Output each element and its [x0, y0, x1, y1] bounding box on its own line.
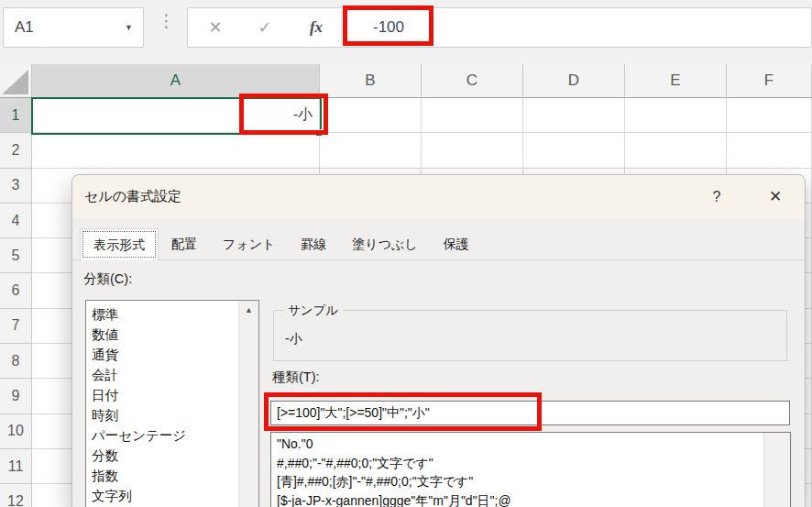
- type-input[interactable]: [270, 401, 790, 425]
- category-item[interactable]: 文字列: [86, 486, 258, 506]
- row-header-12[interactable]: 12: [0, 484, 32, 507]
- format-cells-dialog: セルの書式設定 ? ✕ 表示形式配置フォント罫線塗りつぶし保護 分類(C): 標…: [71, 174, 806, 507]
- scroll-up-icon[interactable]: ▲: [239, 301, 258, 314]
- row-header-8[interactable]: 8: [0, 344, 32, 379]
- column-header-row: ABCDEF: [0, 64, 812, 98]
- cell-f1[interactable]: [727, 98, 812, 133]
- cell-a1[interactable]: -小: [32, 98, 320, 133]
- category-label: 分類(C):: [83, 270, 132, 288]
- row-header-4[interactable]: 4: [0, 204, 32, 238]
- more-dots-icon: ⋮: [158, 12, 175, 29]
- help-button[interactable]: ?: [701, 175, 732, 218]
- category-item[interactable]: 会計: [86, 365, 258, 385]
- insert-function-icon[interactable]: fx: [300, 8, 333, 47]
- row-header-2[interactable]: 2: [0, 133, 32, 168]
- category-item[interactable]: 標準: [86, 304, 258, 325]
- type-label: 種類(T):: [272, 369, 320, 386]
- format-list-item[interactable]: #,##0;"-"#,##0;0;"文字です": [277, 454, 790, 473]
- close-icon[interactable]: ✕: [752, 175, 798, 218]
- cell-f2[interactable]: [727, 133, 812, 168]
- format-code-listbox[interactable]: "No."0#,##0;"-"#,##0;0;"文字です"[青]#,##0;[赤…: [270, 432, 791, 507]
- cell-c1[interactable]: [422, 98, 523, 133]
- name-box[interactable]: A1 ▼: [3, 7, 144, 48]
- column-header-e[interactable]: E: [625, 64, 727, 98]
- cell-a2[interactable]: [32, 133, 320, 168]
- cancel-icon[interactable]: ✕: [199, 8, 232, 47]
- row-header-7[interactable]: 7: [0, 309, 32, 344]
- grid-row: 2: [0, 133, 812, 168]
- category-item[interactable]: 数値: [86, 325, 258, 345]
- format-list-item[interactable]: "No."0: [277, 435, 790, 454]
- row-header-10[interactable]: 10: [0, 414, 32, 449]
- cell-e2[interactable]: [625, 133, 727, 168]
- sample-legend: サンプル: [283, 303, 343, 319]
- dialog-title: セルの書式設定: [84, 188, 181, 205]
- fill-handle[interactable]: [315, 129, 323, 137]
- cell-d1[interactable]: [523, 98, 625, 133]
- sample-groupbox: サンプル -小: [273, 310, 787, 361]
- row-header-3[interactable]: 3: [0, 169, 32, 204]
- grid-row: 1-小: [0, 98, 812, 133]
- category-item[interactable]: 通貨: [86, 345, 258, 365]
- excel-top-chrome: A1 ▼ ⋮ ✕ ✓ fx -100: [0, 0, 812, 50]
- cell-c2[interactable]: [422, 133, 523, 168]
- tab-border[interactable]: 罫線: [288, 228, 339, 260]
- formula-bar-value[interactable]: -100: [344, 8, 433, 47]
- column-header-d[interactable]: D: [523, 64, 625, 98]
- cell-d2[interactable]: [523, 133, 625, 168]
- row-header-9[interactable]: 9: [0, 379, 32, 413]
- cell-e1[interactable]: [625, 98, 727, 133]
- category-listbox[interactable]: 標準数値通貨会計日付時刻パーセンテージ分数指数文字列 ▲: [85, 300, 259, 507]
- tab-fill[interactable]: 塗りつぶし: [339, 228, 430, 260]
- column-header-b[interactable]: B: [320, 64, 422, 98]
- cell-b1[interactable]: [320, 98, 422, 133]
- name-box-dropdown-icon[interactable]: ▼: [125, 23, 133, 32]
- tab-font[interactable]: フォント: [210, 228, 288, 260]
- select-all-corner[interactable]: [0, 64, 32, 98]
- format-code-items: "No."0#,##0;"-"#,##0;0;"文字です"[青]#,##0;[赤…: [271, 433, 790, 507]
- format-list-scrollbar[interactable]: [763, 433, 790, 507]
- category-items: 標準数値通貨会計日付時刻パーセンテージ分数指数文字列: [86, 304, 258, 506]
- cell-b2[interactable]: [320, 133, 422, 168]
- row-header-11[interactable]: 11: [0, 449, 32, 484]
- category-scrollbar[interactable]: ▲: [238, 301, 258, 507]
- tab-protection[interactable]: 保護: [431, 228, 482, 260]
- tab-number-format[interactable]: 表示形式: [80, 228, 159, 260]
- formula-bar[interactable]: ✕ ✓ fx -100: [187, 7, 812, 48]
- name-box-value[interactable]: A1: [15, 18, 125, 37]
- format-list-item[interactable]: [青]#,##0;[赤]"-"#,##0;0;"文字です": [277, 472, 790, 491]
- tab-alignment[interactable]: 配置: [159, 228, 210, 260]
- category-item[interactable]: 分数: [86, 446, 258, 466]
- category-item[interactable]: パーセンテージ: [86, 425, 258, 446]
- dialog-tabs: 表示形式配置フォント罫線塗りつぶし保護: [80, 228, 482, 260]
- row-header-6[interactable]: 6: [0, 273, 32, 308]
- sample-value: -小: [285, 331, 302, 347]
- column-header-a[interactable]: A: [32, 64, 320, 98]
- column-header-c[interactable]: C: [422, 64, 523, 98]
- row-header-1[interactable]: 1: [0, 98, 32, 133]
- category-item[interactable]: 指数: [86, 466, 258, 486]
- column-header-f[interactable]: F: [727, 64, 812, 98]
- row-header-5[interactable]: 5: [0, 238, 32, 273]
- select-all-triangle-icon: [2, 70, 28, 94]
- enter-icon[interactable]: ✓: [248, 8, 281, 47]
- dialog-titlebar[interactable]: セルの書式設定 ? ✕: [72, 175, 805, 218]
- category-item[interactable]: 日付: [86, 385, 258, 405]
- format-list-item[interactable]: [$-ja-JP-x-gannen]ggge"年"m"月"d"日";@: [277, 491, 790, 507]
- category-item[interactable]: 時刻: [86, 405, 258, 425]
- divider: [341, 11, 342, 44]
